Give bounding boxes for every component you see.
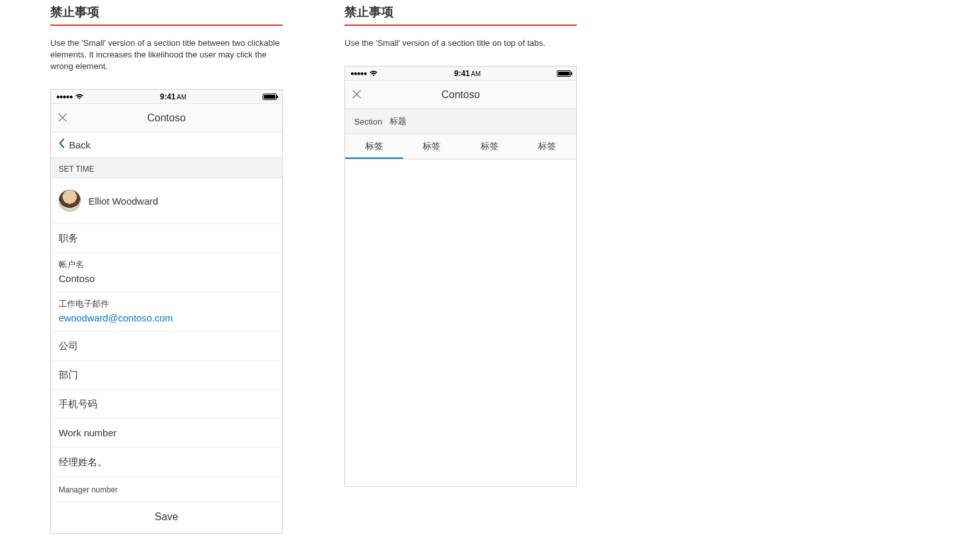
list-item-manager-name[interactable]: 经理姓名。 [51, 448, 282, 477]
heading-dont: 禁止事项 [345, 4, 577, 26]
back-label: Back [69, 139, 90, 150]
close-icon[interactable] [352, 88, 362, 101]
list-item-work-number[interactable]: Work number [51, 419, 282, 448]
list-item-company[interactable]: 公司 [51, 332, 282, 361]
phone-mockup-right: ●●●●● 9:41AM Contoso Section 标题 [345, 66, 577, 487]
nav-bar: Contoso [51, 104, 282, 132]
profile-name: Elliot Woodward [88, 196, 158, 207]
status-time: 9:41AM [454, 69, 481, 78]
close-icon[interactable] [57, 112, 68, 125]
signal-icon: ●●●●● [350, 70, 366, 77]
battery-icon [557, 70, 571, 77]
signal-icon: ●●●●● [56, 93, 72, 100]
account-label: 帐户名 [59, 258, 274, 271]
status-bar: ●●●●● 9:41AM [345, 66, 576, 81]
tab-4[interactable]: 标签 [519, 134, 577, 159]
section-title-row: Section 标题 [345, 109, 576, 134]
wifi-icon [369, 70, 378, 77]
save-button[interactable]: Save [51, 502, 282, 533]
list-item-manager-number[interactable]: Manager number [51, 477, 282, 502]
section-label: Section [354, 117, 382, 127]
wifi-icon [75, 94, 84, 100]
list-item-job-title[interactable]: 职务 [51, 224, 282, 253]
chevron-left-icon [59, 138, 65, 152]
heading-dont: 禁止事项 [50, 4, 283, 26]
battery-icon [263, 94, 277, 100]
tab-1[interactable]: 标签 [345, 134, 403, 159]
avatar [59, 190, 81, 212]
example-left: 禁止事项 Use the 'Small' version of a sectio… [50, 4, 283, 534]
status-bar: ●●●●● 9:41AM [51, 90, 282, 104]
phone-mockup-left: ●●●●● 9:41AM Contoso [50, 89, 283, 534]
list-item-work-email[interactable]: 工作电子邮件 ewoodward@contoso.com [51, 292, 282, 332]
list-item-department[interactable]: 部门 [51, 361, 282, 390]
tab-3[interactable]: 标签 [461, 134, 519, 159]
tab-2[interactable]: 标签 [403, 134, 461, 159]
work-email-label: 工作电子邮件 [59, 298, 274, 310]
back-row[interactable]: Back [51, 132, 282, 158]
nav-title: Contoso [51, 112, 282, 124]
account-value: Contoso [59, 272, 274, 285]
section-caption: SET TIME [51, 158, 282, 178]
example-right: 禁止事项 Use the 'Small' version of a sectio… [345, 4, 577, 534]
list-item-mobile[interactable]: 手机号码 [51, 390, 282, 419]
nav-title: Contoso [345, 89, 576, 101]
profile-row[interactable]: Elliot Woodward [51, 178, 282, 224]
work-email-value: ewoodward@contoso.com [59, 312, 274, 325]
description-left: Use the 'Small' version of a section tit… [50, 37, 283, 72]
description-right: Use the 'Small' version of a section tit… [345, 37, 577, 49]
list-item-account[interactable]: 帐户名 Contoso [51, 253, 282, 292]
tab-content-blank [345, 159, 576, 486]
nav-bar: Contoso [345, 81, 576, 109]
section-value: 标题 [390, 116, 406, 127]
status-time: 9:41AM [160, 92, 186, 101]
tabs: 标签 标签 标签 标签 [345, 134, 576, 159]
